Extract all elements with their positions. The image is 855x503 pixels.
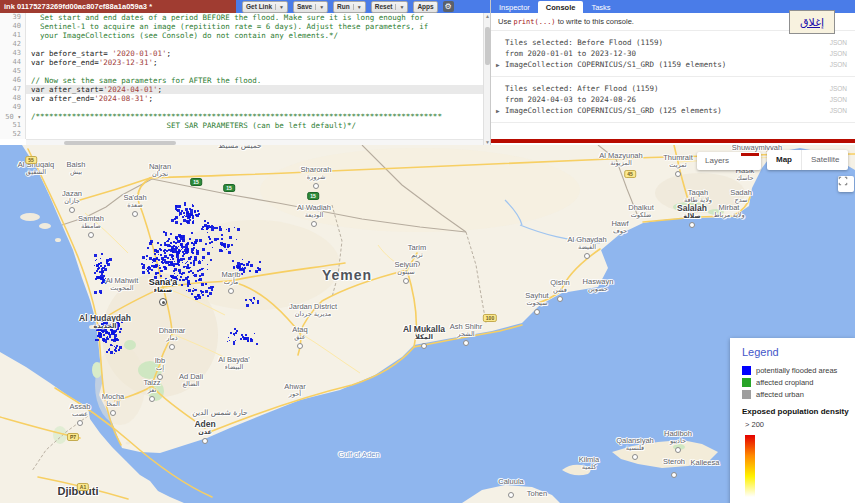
density-gradient-bar	[745, 435, 755, 497]
flood-pixel	[181, 284, 183, 286]
save-caret-icon[interactable]: ▼	[315, 4, 324, 10]
flood-pixel	[185, 216, 186, 217]
line-number[interactable]: 40	[0, 22, 26, 31]
town-dot	[675, 171, 681, 177]
flood-pixel	[177, 260, 180, 263]
line-number[interactable]: 43	[0, 49, 26, 58]
apps-button[interactable]: Apps	[413, 1, 437, 13]
get-link-button[interactable]: Get Link▼	[242, 1, 288, 13]
code-line: 45	[0, 67, 483, 76]
line-number[interactable]: 44	[0, 58, 26, 67]
tab-tasks[interactable]: Tasks	[583, 1, 618, 13]
flood-pixel	[104, 267, 105, 268]
reset-button[interactable]: Reset▼	[371, 1, 409, 13]
line-number[interactable]: 50 ▾	[0, 112, 26, 121]
map-canvas[interactable]: NajranنجرانAl ShuqaiqالشقيقBaishبيشJazan…	[0, 145, 855, 503]
tab-console[interactable]: Console	[538, 1, 584, 13]
line-number[interactable]: 42	[0, 40, 26, 49]
line-number[interactable]: 48	[0, 94, 26, 103]
get-link-caret-icon[interactable]: ▼	[275, 4, 284, 10]
map-type-map-button[interactable]: Map	[767, 150, 802, 170]
town-dot	[675, 447, 681, 453]
reset-caret-icon[interactable]: ▼	[395, 4, 404, 10]
flood-pixel	[142, 256, 145, 259]
flood-pixel	[192, 204, 193, 205]
code-text: var after_start='2024-04-01';	[26, 85, 483, 94]
line-number[interactable]: 41	[0, 31, 26, 40]
flood-pixel	[142, 271, 145, 274]
flood-pixel	[154, 249, 157, 252]
json-badge[interactable]: JSON	[830, 94, 847, 105]
flood-pixel	[191, 232, 193, 234]
flood-pixel	[110, 327, 111, 328]
flood-pixel	[207, 295, 209, 297]
town-dot	[584, 253, 590, 259]
line-number[interactable]: 51	[0, 121, 26, 130]
flood-pixel	[243, 271, 245, 273]
run-caret-icon[interactable]: ▼	[353, 4, 362, 10]
console-text: Tiles selected: Before Flood (1159)	[505, 38, 663, 47]
line-number[interactable]: 45	[0, 67, 26, 76]
flood-pixel	[186, 290, 187, 291]
flood-pixel	[165, 234, 167, 236]
flood-pixel	[210, 227, 211, 228]
flood-pixel	[195, 280, 197, 282]
editor-vertical-scrollbar[interactable]: ▲ ▼	[483, 13, 490, 145]
flood-pixel	[193, 264, 195, 266]
line-number[interactable]: 49	[0, 103, 26, 112]
loading-bar	[491, 139, 855, 143]
flood-pixel	[95, 260, 96, 261]
json-badge[interactable]: JSON	[830, 83, 847, 94]
layers-panel[interactable]: Layers	[697, 152, 761, 170]
line-number[interactable]: 39	[0, 13, 26, 22]
json-badge[interactable]: JSON	[830, 105, 847, 116]
json-badge[interactable]: JSON	[830, 59, 847, 70]
flood-pixel	[249, 270, 251, 272]
flood-pixel	[107, 336, 108, 337]
flood-pixel	[146, 259, 147, 260]
flood-pixel	[242, 336, 244, 338]
save-button[interactable]: Save▼	[293, 1, 328, 13]
expand-icon[interactable]: ▶	[496, 59, 500, 70]
json-badge[interactable]: JSON	[830, 48, 847, 59]
code-editor[interactable]: 39 Set start and end dates of a period B…	[0, 13, 483, 145]
flood-pixel	[193, 243, 194, 244]
line-number[interactable]: 52	[0, 130, 26, 139]
expand-icon[interactable]: ▶	[496, 105, 500, 116]
flood-pixel	[117, 327, 118, 328]
settings-gear-icon[interactable]: ⚙	[443, 1, 454, 12]
flood-pixel	[183, 258, 185, 260]
flood-pixel	[167, 244, 170, 247]
close-button[interactable]: إغلاق	[789, 10, 835, 34]
fullscreen-button[interactable]	[838, 176, 854, 192]
flood-pixel	[257, 302, 259, 304]
console-row[interactable]: ▶ImageCollection COPERNICUS/S1_GRD (1159…	[491, 59, 855, 70]
flood-pixel	[160, 249, 162, 251]
script-tab[interactable]: ink 01175273269fd00ac807ef88a1a059a3 *	[0, 0, 236, 13]
flood-pixel	[152, 262, 153, 263]
code-line: 46// Now set the same parameters for AFT…	[0, 76, 483, 85]
flood-pixel	[100, 275, 103, 278]
line-number[interactable]: 46	[0, 76, 26, 85]
flood-pixel	[186, 220, 189, 223]
legend-item: affected cropland	[742, 378, 855, 387]
flood-pixel	[193, 260, 195, 262]
run-button[interactable]: Run▼	[333, 1, 366, 13]
flood-pixel	[192, 252, 193, 253]
console-row[interactable]: ▶ImageCollection COPERNICUS/S1_GRD (125 …	[491, 105, 855, 116]
route-shield: 45	[624, 170, 636, 178]
flood-pixel	[182, 216, 184, 218]
flood-pixel	[116, 322, 119, 325]
flood-pixel	[164, 252, 166, 254]
flood-pixel	[165, 263, 166, 264]
map-type-satellite-button[interactable]: Satellite	[802, 150, 848, 170]
line-number[interactable]: 47	[0, 85, 26, 94]
flood-pixel	[229, 236, 232, 239]
code-line: 39 Set start and end dates of a period B…	[0, 13, 483, 22]
layers-loading-bar	[741, 153, 759, 156]
fold-arrow-icon[interactable]: ▾	[14, 113, 21, 120]
tab-inspector[interactable]: Inspector	[491, 1, 538, 13]
json-badge[interactable]: JSON	[830, 37, 847, 48]
flood-pixel	[180, 258, 183, 261]
flood-pixel	[106, 324, 109, 327]
